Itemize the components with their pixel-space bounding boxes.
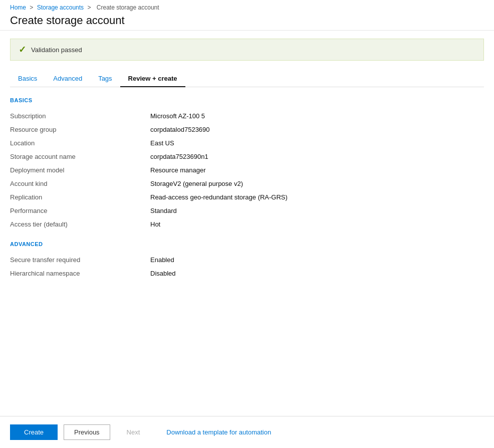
basics-detail-table: Subscription Microsoft AZ-100 5 Resource… xyxy=(10,109,484,231)
breadcrumb: Home > Storage accounts > Create storage… xyxy=(10,4,484,11)
page-container: Home > Storage accounts > Create storage… xyxy=(0,0,494,448)
tabs-container: Basics Advanced Tags Review + create xyxy=(10,71,484,87)
label-secure-transfer: Secure transfer required xyxy=(10,256,150,264)
checkmark-icon: ✓ xyxy=(19,44,26,55)
value-replication: Read-access geo-redundant storage (RA-GR… xyxy=(150,193,484,201)
breadcrumb-home[interactable]: Home xyxy=(10,4,26,11)
tab-review-create[interactable]: Review + create xyxy=(120,71,185,87)
breadcrumb-sep2: > xyxy=(87,4,91,11)
value-storage-account-name: corpdata7523690n1 xyxy=(150,153,484,160)
advanced-detail-table: Secure transfer required Enabled Hierarc… xyxy=(10,253,484,280)
label-hierarchical-namespace: Hierarchical namespace xyxy=(10,270,150,277)
table-row: Replication Read-access geo-redundant st… xyxy=(10,190,484,204)
table-row: Secure transfer required Enabled xyxy=(10,253,484,267)
create-button[interactable]: Create xyxy=(10,424,58,440)
tab-tags[interactable]: Tags xyxy=(90,71,120,87)
value-subscription: Microsoft AZ-100 5 xyxy=(150,112,484,120)
page-title: Create storage account xyxy=(10,14,484,27)
value-secure-transfer: Enabled xyxy=(150,256,484,264)
breadcrumb-storage-accounts[interactable]: Storage accounts xyxy=(37,4,84,11)
table-row: Deployment model Resource manager xyxy=(10,163,484,177)
table-row: Resource group corpdatalod7523690 xyxy=(10,123,484,136)
tab-advanced[interactable]: Advanced xyxy=(45,71,90,87)
table-row: Location East US xyxy=(10,136,484,150)
label-deployment-model: Deployment model xyxy=(10,166,150,174)
content-area: ✓ Validation passed Basics Advanced Tags… xyxy=(0,31,494,280)
top-bar: Home > Storage accounts > Create storage… xyxy=(0,0,494,31)
label-location: Location xyxy=(10,139,150,147)
value-access-tier: Hot xyxy=(150,220,484,228)
value-deployment-model: Resource manager xyxy=(150,166,484,174)
section-header-advanced: ADVANCED xyxy=(10,241,484,247)
previous-button[interactable]: Previous xyxy=(64,424,110,440)
label-performance: Performance xyxy=(10,207,150,214)
value-resource-group: corpdatalod7523690 xyxy=(150,126,484,133)
validation-banner: ✓ Validation passed xyxy=(10,39,484,61)
bottom-bar: Create Previous Next Download a template… xyxy=(0,416,494,448)
breadcrumb-current: Create storage account xyxy=(97,4,159,11)
section-header-basics: BASICS xyxy=(10,97,484,103)
table-row: Performance Standard xyxy=(10,204,484,217)
validation-text: Validation passed xyxy=(31,46,82,54)
next-button: Next xyxy=(116,424,151,440)
table-row: Hierarchical namespace Disabled xyxy=(10,267,484,280)
value-performance: Standard xyxy=(150,207,484,214)
value-hierarchical-namespace: Disabled xyxy=(150,270,484,277)
table-row: Storage account name corpdata7523690n1 xyxy=(10,150,484,163)
label-storage-account-name: Storage account name xyxy=(10,153,150,160)
value-account-kind: StorageV2 (general purpose v2) xyxy=(150,180,484,187)
label-replication: Replication xyxy=(10,193,150,201)
table-row: Account kind StorageV2 (general purpose … xyxy=(10,177,484,190)
value-location: East US xyxy=(150,139,484,147)
label-resource-group: Resource group xyxy=(10,126,150,133)
tab-basics[interactable]: Basics xyxy=(10,71,45,87)
download-template-link[interactable]: Download a template for automation xyxy=(166,428,271,436)
breadcrumb-sep1: > xyxy=(30,4,33,11)
table-row: Access tier (default) Hot xyxy=(10,217,484,231)
label-subscription: Subscription xyxy=(10,112,150,120)
label-access-tier: Access tier (default) xyxy=(10,220,150,228)
table-row: Subscription Microsoft AZ-100 5 xyxy=(10,109,484,123)
label-account-kind: Account kind xyxy=(10,180,150,187)
